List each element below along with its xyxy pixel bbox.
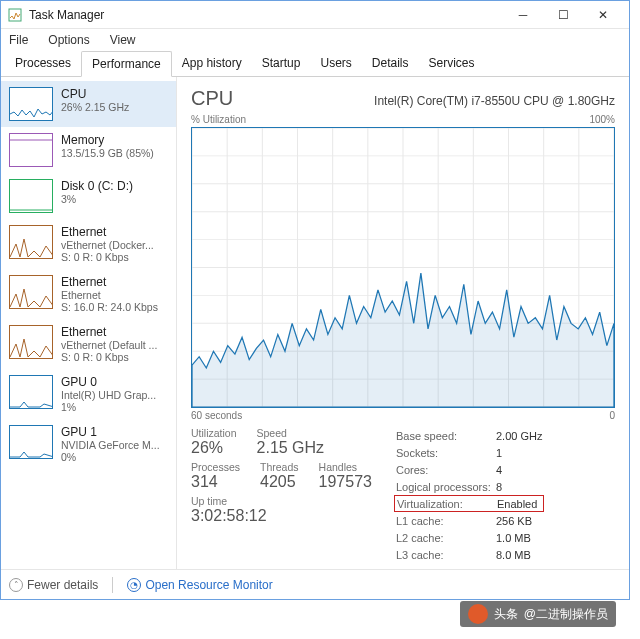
sidebar-item-sub1: Intel(R) UHD Grap...	[61, 389, 156, 401]
cpu-chart[interactable]	[191, 127, 615, 408]
sidebar-item-mem-1[interactable]: Memory 13.5/15.9 GB (85%)	[1, 127, 176, 173]
stats-right: Base speed:2.00 GHzSockets:1Cores:4Logic…	[396, 427, 542, 563]
stat-key: Logical processors:	[396, 481, 496, 493]
sidebar-item-sub2: S: 16.0 R: 24.0 Kbps	[61, 301, 158, 313]
sidebar-item-sub1: vEthernet (Docker...	[61, 239, 154, 251]
minimize-button[interactable]: ─	[503, 1, 543, 29]
threads-value: 4205	[260, 473, 299, 491]
cpu-model: Intel(R) Core(TM) i7-8550U CPU @ 1.80GHz	[374, 94, 615, 108]
footer-bar: ˄ Fewer details ◔ Open Resource Monitor	[1, 569, 629, 599]
speed-label: Speed	[257, 427, 325, 439]
thumb-icon	[9, 87, 53, 121]
stat-key: Sockets:	[396, 447, 496, 459]
thumb-icon	[9, 275, 53, 309]
sidebar-item-net-5[interactable]: Ethernet vEthernet (Default ... S: 0 R: …	[1, 319, 176, 369]
thumb-icon	[9, 375, 53, 409]
tab-strip: Processes Performance App history Startu…	[1, 51, 629, 77]
utilization-label: Utilization	[191, 427, 237, 439]
sidebar-item-name: Ethernet	[61, 225, 154, 239]
menu-view[interactable]: View	[106, 31, 140, 49]
app-icon	[7, 7, 23, 23]
thumb-icon	[9, 133, 53, 167]
chevron-up-icon: ˄	[9, 578, 23, 592]
sidebar-item-name: GPU 0	[61, 375, 156, 389]
stat-row: L3 cache:8.0 MB	[396, 546, 542, 563]
stat-row: Logical processors:8	[396, 478, 542, 495]
sidebar-item-sub1: 13.5/15.9 GB (85%)	[61, 147, 154, 159]
thumb-icon	[9, 425, 53, 459]
sidebar-item-sub2: 1%	[61, 401, 156, 413]
utilization-value: 26%	[191, 439, 237, 457]
sidebar-item-name: Ethernet	[61, 325, 157, 339]
menu-file[interactable]: File	[5, 31, 32, 49]
stat-row: Sockets:1	[396, 444, 542, 461]
uptime-value: 3:02:58:12	[191, 507, 267, 525]
sidebar-item-name: GPU 1	[61, 425, 160, 439]
stat-key: L1 cache:	[396, 515, 496, 527]
sidebar-item-disk-2[interactable]: Disk 0 (C: D:) 3%	[1, 173, 176, 219]
stat-key: L3 cache:	[396, 549, 496, 561]
stat-val: 8.0 MB	[496, 549, 531, 561]
monitor-icon: ◔	[127, 578, 141, 592]
tab-processes[interactable]: Processes	[5, 51, 81, 76]
handles-label: Handles	[319, 461, 372, 473]
tab-app-history[interactable]: App history	[172, 51, 252, 76]
stat-key: Base speed:	[396, 430, 496, 442]
sidebar-item-sub1: vEthernet (Default ...	[61, 339, 157, 351]
watermark-prefix: 头条	[494, 606, 518, 623]
menu-options[interactable]: Options	[44, 31, 93, 49]
title-bar[interactable]: Task Manager ─ ☐ ✕	[1, 1, 629, 29]
stat-val: 1.0 MB	[496, 532, 531, 544]
tab-performance[interactable]: Performance	[81, 51, 172, 77]
sidebar-item-gpu-6[interactable]: GPU 0 Intel(R) UHD Grap... 1%	[1, 369, 176, 419]
processes-value: 314	[191, 473, 240, 491]
stat-val: 4	[496, 464, 502, 476]
sidebar-item-sub2: 0%	[61, 451, 160, 463]
stat-row: L2 cache:1.0 MB	[396, 529, 542, 546]
tab-details[interactable]: Details	[362, 51, 419, 76]
stat-val: Enabled	[497, 498, 537, 510]
stat-val: 1	[496, 447, 502, 459]
sidebar-item-sub2: S: 0 R: 0 Kbps	[61, 351, 157, 363]
divider	[112, 577, 113, 593]
watermark-name: @二进制操作员	[524, 606, 608, 623]
sidebar-item-gpu-7[interactable]: GPU 1 NVIDIA GeForce M... 0%	[1, 419, 176, 469]
sidebar-item-name: CPU	[61, 87, 129, 101]
tab-users[interactable]: Users	[310, 51, 361, 76]
open-resource-monitor-link[interactable]: ◔ Open Resource Monitor	[127, 578, 272, 592]
uptime-label: Up time	[191, 495, 267, 507]
stat-key: Cores:	[396, 464, 496, 476]
sidebar-item-sub1: 26% 2.15 GHz	[61, 101, 129, 113]
maximize-button[interactable]: ☐	[543, 1, 583, 29]
threads-label: Threads	[260, 461, 299, 473]
sidebar-item-cpu-0[interactable]: CPU 26% 2.15 GHz	[1, 81, 176, 127]
sidebar-item-sub1: 3%	[61, 193, 133, 205]
fewer-details-label: Fewer details	[27, 578, 98, 592]
tab-startup[interactable]: Startup	[252, 51, 311, 76]
close-button[interactable]: ✕	[583, 1, 623, 29]
sidebar-item-net-3[interactable]: Ethernet vEthernet (Docker... S: 0 R: 0 …	[1, 219, 176, 269]
handles-value: 197573	[319, 473, 372, 491]
chart-ymin: 0	[609, 410, 615, 421]
sidebar-item-net-4[interactable]: Ethernet Ethernet S: 16.0 R: 24.0 Kbps	[1, 269, 176, 319]
sidebar-item-name: Disk 0 (C: D:)	[61, 179, 133, 193]
stat-key: L2 cache:	[396, 532, 496, 544]
stat-val: 2.00 GHz	[496, 430, 542, 442]
stat-row: L1 cache:256 KB	[396, 512, 542, 529]
sidebar-item-name: Memory	[61, 133, 154, 147]
processes-label: Processes	[191, 461, 240, 473]
stat-val: 256 KB	[496, 515, 532, 527]
speed-value: 2.15 GHz	[257, 439, 325, 457]
main-panel: CPU Intel(R) Core(TM) i7-8550U CPU @ 1.8…	[177, 77, 629, 569]
resource-sidebar[interactable]: CPU 26% 2.15 GHz Memory 13.5/15.9 GB (85…	[1, 77, 177, 569]
task-manager-window: Task Manager ─ ☐ ✕ File Options View Pro…	[0, 0, 630, 600]
sidebar-item-name: Ethernet	[61, 275, 158, 289]
chart-xlabel: 60 seconds	[191, 410, 242, 421]
thumb-icon	[9, 179, 53, 213]
fewer-details-link[interactable]: ˄ Fewer details	[9, 578, 98, 592]
watermark-overlay: 头条 @二进制操作员	[460, 601, 616, 627]
thumb-icon	[9, 225, 53, 259]
stat-key: Virtualization:	[397, 498, 497, 510]
window-title: Task Manager	[29, 8, 503, 22]
tab-services[interactable]: Services	[419, 51, 485, 76]
